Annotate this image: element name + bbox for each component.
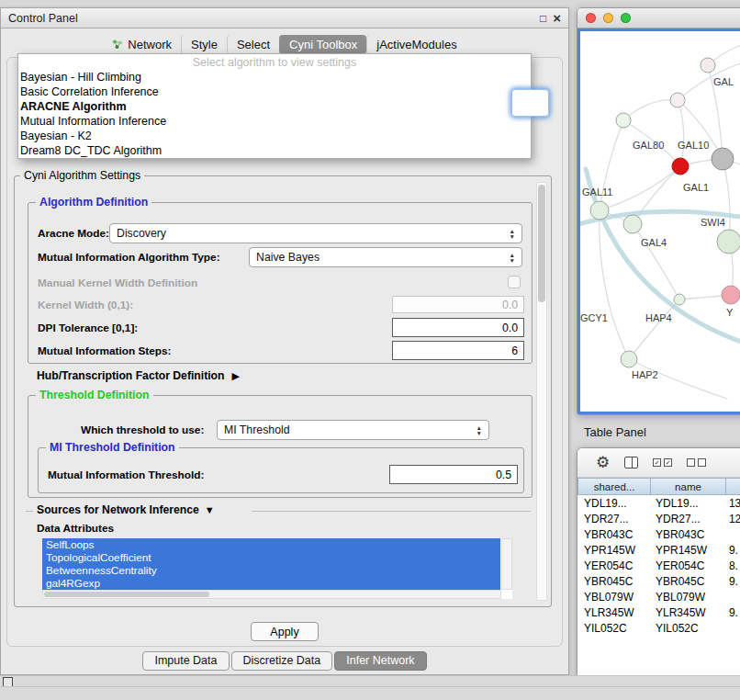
collapse-down-icon: ▼: [205, 504, 215, 515]
network-node[interactable]: [674, 294, 685, 305]
network-node[interactable]: [590, 201, 609, 220]
focused-widget-fragment[interactable]: [511, 89, 549, 117]
tab-select[interactable]: Select: [227, 35, 279, 54]
column-selector-icon[interactable]: [624, 457, 638, 469]
close-window-icon[interactable]: ×: [553, 13, 561, 24]
zoom-window-icon[interactable]: [621, 13, 631, 23]
data-attributes-listbox[interactable]: SelfLoopsTopologicalCoefficientBetweenne…: [42, 538, 512, 599]
algorithm-option-dream8-dc-tdc-algorithm[interactable]: Dream8 DC_TDC Algorithm: [18, 143, 531, 158]
network-node[interactable]: [701, 58, 715, 73]
node-label: SWI4: [701, 217, 725, 228]
table-cell: YPR145W: [649, 544, 723, 557]
kernel-width-input[interactable]: 0.0: [392, 296, 524, 313]
table-cell: YER054C: [649, 559, 723, 572]
attribute-item-betweennesscentrality[interactable]: BetweennessCentrality: [42, 564, 500, 577]
table-row[interactable]: YDR27...YDR27...12: [577, 511, 740, 526]
network-edge[interactable]: [678, 100, 684, 166]
network-node[interactable]: [616, 113, 631, 128]
threshold-type-select[interactable]: MI Threshold ▲▼: [217, 420, 489, 440]
table-cell: YBR043C: [577, 528, 649, 541]
tab-cyni-toolbox[interactable]: Cyni Toolbox: [279, 35, 366, 54]
manual-kernel-width-checkbox[interactable]: [508, 276, 521, 288]
tab-label: Network: [128, 38, 172, 51]
network-edge[interactable]: [629, 299, 679, 359]
list-horizontal-scrollbar[interactable]: [42, 590, 501, 599]
select-all-icon[interactable]: ✓✓: [653, 458, 672, 467]
list-vertical-scrollbar[interactable]: [501, 538, 512, 590]
network-node[interactable]: [672, 158, 689, 175]
network-node[interactable]: [621, 351, 637, 367]
column-header-col2[interactable]: [726, 478, 740, 495]
network-node[interactable]: [722, 286, 740, 304]
algorithm-definition-title: Algorithm Definition: [36, 196, 151, 209]
algorithm-option-bayesian-k2[interactable]: Bayesian - K2: [18, 129, 531, 143]
network-edge[interactable]: [723, 159, 730, 242]
algorithm-option-aracne-algorithm[interactable]: ARACNE Algorithm: [18, 99, 531, 114]
kernel-width-label: Kernel Width (0,1):: [38, 295, 133, 315]
table-row[interactable]: YBR043CYBR043C: [577, 526, 740, 542]
minimize-window-icon[interactable]: [603, 13, 613, 23]
network-node[interactable]: [670, 93, 685, 107]
mi-threshold-input[interactable]: 0.5: [389, 465, 518, 484]
window-title: Control Panel: [8, 12, 78, 25]
scrollbar-thumb[interactable]: [44, 592, 209, 597]
dpi-tolerance-label: DPI Tolerance [0,1]:: [38, 318, 138, 338]
network-edge[interactable]: [633, 224, 679, 299]
network-window-titlebar[interactable]: [577, 8, 740, 28]
network-edge[interactable]: [600, 210, 629, 359]
table-row[interactable]: YDL19...YDL19...13: [577, 495, 740, 511]
tab-label: Cyni Toolbox: [289, 38, 357, 51]
node-label: Y: [726, 307, 734, 318]
network-canvas[interactable]: GALGAL80GAL10GAL11GAL1SWI4GAL4GCY1HAP4YH…: [580, 31, 740, 413]
apply-button[interactable]: Apply: [251, 622, 319, 641]
aracne-mode-select[interactable]: Discovery ▲▼: [109, 223, 522, 243]
mi-algorithm-type-select[interactable]: Naive Bayes ▲▼: [249, 247, 522, 267]
network-view-frame: GALGAL80GAL10GAL11GAL1SWI4GAL4GCY1HAP4YH…: [577, 28, 740, 414]
table-row[interactable]: YBL079WYBL079W: [577, 589, 740, 604]
column-header-name[interactable]: name: [651, 478, 726, 495]
column-header-shared[interactable]: shared...: [577, 478, 651, 495]
table-cell: 13: [723, 497, 740, 510]
hub-definition-expander[interactable]: Hub/Transcription Factor Definition ▶: [37, 369, 240, 382]
mi-algorithm-type-label: Mutual Information Algorithm Type:: [38, 247, 220, 267]
table-row[interactable]: YPR145WYPR145W9.: [577, 542, 740, 558]
tab-impute-data[interactable]: Impute Data: [142, 651, 229, 671]
mi-steps-input[interactable]: 6: [392, 341, 524, 360]
deselect-all-icon[interactable]: [687, 458, 706, 467]
table-row[interactable]: YBR045CYBR045C9.: [577, 573, 740, 589]
node-label: GAL4: [641, 237, 667, 248]
sources-expander[interactable]: Sources for Network Inference ▼: [37, 503, 215, 516]
network-edge[interactable]: [623, 100, 678, 120]
attribute-item-topologicalcoefficient[interactable]: TopologicalCoefficient: [42, 551, 500, 564]
network-node[interactable]: [623, 215, 642, 233]
table-row[interactable]: YIL052CYIL052C: [577, 620, 740, 636]
algorithm-option-basic-correlation-inference[interactable]: Basic Correlation Inference: [18, 85, 531, 99]
table-row[interactable]: YLR345WYLR345W9.: [577, 604, 740, 620]
attribute-item-gal4rgexp[interactable]: gal4RGexp: [42, 577, 500, 590]
algorithm-option-mutual-information-inference[interactable]: Mutual Information Inference: [18, 114, 531, 129]
tab-jactivemodules[interactable]: jActiveModules: [366, 35, 465, 54]
attribute-item-selfloops[interactable]: SelfLoops: [42, 538, 500, 551]
control-panel-titlebar[interactable]: Control Panel □ ×: [1, 8, 568, 28]
network-edge[interactable]: [633, 166, 680, 224]
scrollbar-thumb[interactable]: [538, 185, 545, 302]
tab-network[interactable]: Network: [103, 35, 181, 54]
table-cell: YBL079W: [649, 591, 723, 604]
tab-discretize-data[interactable]: Discretize Data: [231, 651, 333, 671]
settings-gear-icon[interactable]: ⚙: [596, 455, 610, 470]
algorithm-option-bayesian-hill-climbing[interactable]: Bayesian - Hill Climbing: [18, 70, 531, 85]
settings-scrollbar[interactable]: [536, 182, 547, 601]
float-window-icon[interactable]: □: [540, 13, 546, 24]
mi-threshold-group-title: MI Threshold Definition: [46, 441, 179, 454]
tab-infer-network[interactable]: Infer Network: [334, 651, 426, 671]
tab-style[interactable]: Style: [181, 35, 227, 54]
table-cell: YBL079W: [577, 591, 649, 604]
dpi-tolerance-input[interactable]: 0.0: [392, 318, 524, 337]
close-window-icon[interactable]: [586, 13, 596, 23]
network-node[interactable]: [717, 230, 740, 254]
network-node[interactable]: [712, 148, 734, 170]
table-row[interactable]: YER054CYER054C8.: [577, 558, 740, 573]
mi-threshold-label: Mutual Information Threshold:: [48, 465, 204, 485]
table-cell: 9.: [723, 575, 740, 588]
table-cell: YBR045C: [649, 575, 723, 588]
